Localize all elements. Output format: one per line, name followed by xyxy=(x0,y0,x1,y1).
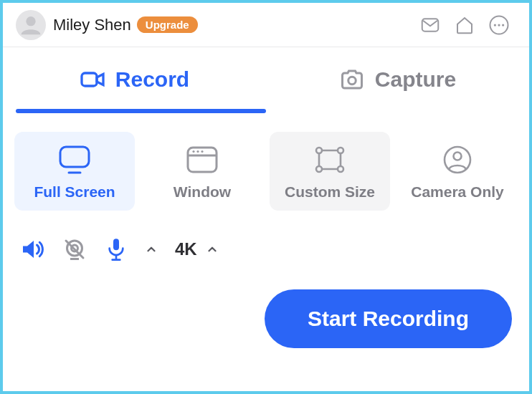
webcam-off-icon xyxy=(62,236,87,262)
mail-icon xyxy=(419,14,441,36)
tab-record-label: Record xyxy=(115,67,189,92)
microphone-toggle[interactable] xyxy=(105,236,128,262)
tab-capture[interactable]: Capture xyxy=(266,47,529,112)
svg-point-4 xyxy=(498,24,500,26)
home-button[interactable] xyxy=(450,11,479,39)
controls-row: 4K xyxy=(3,216,529,262)
camera-icon xyxy=(339,67,365,92)
svg-point-18 xyxy=(454,153,462,160)
chevron-up-icon xyxy=(206,243,219,256)
svg-rect-8 xyxy=(60,147,89,167)
svg-point-3 xyxy=(494,24,496,26)
tab-capture-label: Capture xyxy=(375,67,456,92)
speaker-toggle[interactable] xyxy=(19,236,44,262)
microphone-dropdown[interactable] xyxy=(145,243,158,256)
recording-modes: Full Screen Window Custom Size xyxy=(3,112,529,216)
more-icon xyxy=(488,14,510,36)
svg-point-11 xyxy=(196,150,199,153)
tab-record[interactable]: Record xyxy=(3,47,266,112)
start-row: Start Recording xyxy=(3,262,529,348)
mail-button[interactable] xyxy=(416,11,445,39)
mode-full-screen-label: Full Screen xyxy=(34,183,115,201)
svg-point-14 xyxy=(338,148,343,153)
microphone-icon xyxy=(105,236,128,262)
svg-point-12 xyxy=(201,150,203,153)
svg-rect-21 xyxy=(113,239,119,250)
home-icon xyxy=(454,14,475,36)
svg-point-7 xyxy=(348,77,356,85)
mode-window[interactable]: Window xyxy=(142,132,262,211)
svg-point-16 xyxy=(338,166,343,172)
tabs: Record Capture xyxy=(3,47,529,112)
svg-point-13 xyxy=(316,148,322,153)
svg-point-15 xyxy=(316,166,322,172)
svg-point-0 xyxy=(26,16,35,26)
user-icon xyxy=(19,14,42,37)
more-button[interactable] xyxy=(485,11,513,39)
avatar[interactable] xyxy=(16,10,46,40)
window-icon xyxy=(185,145,219,175)
svg-point-10 xyxy=(192,150,194,153)
mode-full-screen[interactable]: Full Screen xyxy=(14,132,135,211)
mode-custom-size-label: Custom Size xyxy=(285,183,375,201)
start-recording-button[interactable]: Start Recording xyxy=(265,289,512,348)
quality-label: 4K xyxy=(175,239,197,259)
svg-point-5 xyxy=(502,24,504,26)
mode-camera-only[interactable]: Camera Only xyxy=(397,132,518,211)
upgrade-button[interactable]: Upgrade xyxy=(137,16,198,33)
svg-rect-6 xyxy=(82,73,97,86)
speaker-icon xyxy=(19,236,44,262)
mode-window-label: Window xyxy=(174,183,231,201)
username-label: Miley Shen xyxy=(53,16,131,34)
mode-custom-size[interactable]: Custom Size xyxy=(270,132,390,211)
video-icon xyxy=(80,67,105,92)
person-circle-icon xyxy=(442,144,473,176)
quality-dropdown[interactable] xyxy=(206,243,219,256)
webcam-toggle[interactable] xyxy=(62,236,87,262)
crop-icon xyxy=(313,145,346,175)
mode-camera-only-label: Camera Only xyxy=(411,183,504,201)
monitor-icon xyxy=(56,144,93,176)
app-header: Miley Shen Upgrade xyxy=(3,3,529,47)
chevron-up-icon xyxy=(145,243,158,256)
